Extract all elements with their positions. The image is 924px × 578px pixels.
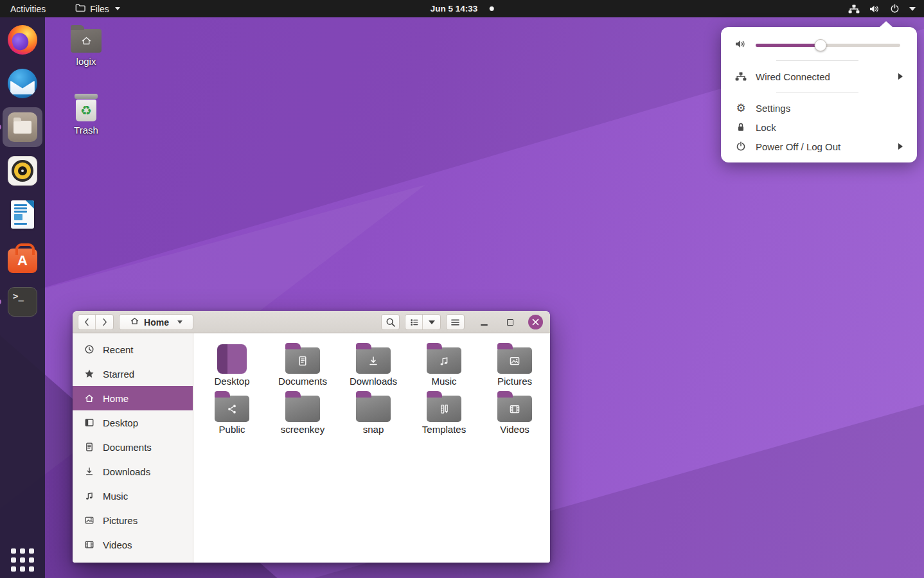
dock: A >_ (0, 17, 45, 578)
minimize-button[interactable] (476, 314, 492, 330)
dock-item-thunderbird[interactable] (3, 64, 42, 103)
volume-icon (869, 4, 880, 13)
network-icon (848, 4, 860, 13)
volume-slider-handle[interactable] (815, 39, 827, 51)
folder-icon (75, 3, 85, 14)
notification-dot-icon (489, 6, 493, 11)
file-grid: Desktop Documents Downloads Music Pictur… (193, 333, 550, 434)
forward-button[interactable] (96, 315, 113, 329)
file-item-label: Templates (422, 425, 466, 434)
file-item-pictures[interactable]: Pictures (481, 338, 548, 386)
folder-icon (285, 347, 320, 374)
file-item-templates[interactable]: Templates (411, 387, 477, 434)
home-icon (84, 393, 94, 403)
terminal-prompt-glyph: >_ (13, 291, 24, 301)
desktop-icon-label: logix (76, 56, 96, 67)
download-icon (84, 466, 94, 477)
file-view-area[interactable]: Desktop Documents Downloads Music Pictur… (193, 333, 550, 563)
sidebar-item-pictures[interactable]: Pictures (73, 508, 193, 532)
file-item-downloads[interactable]: Downloads (340, 338, 407, 386)
desktop-icon-label: Trash (74, 125, 98, 136)
sidebar-item-label: Downloads (103, 466, 150, 477)
document-icon (84, 442, 94, 452)
close-icon (532, 319, 539, 326)
running-indicator-dot (0, 299, 1, 304)
sidebar-item-documents[interactable]: Documents (73, 435, 193, 459)
chevron-down-icon (115, 7, 120, 10)
window-menu-button[interactable] (446, 314, 465, 330)
sidebar-item-downloads[interactable]: Downloads (73, 459, 193, 484)
files-icon (8, 112, 37, 142)
file-item-label: Desktop (214, 376, 249, 386)
path-bar-button[interactable]: Home (119, 314, 193, 330)
view-options-dropdown[interactable] (423, 315, 440, 329)
file-item-documents[interactable]: Documents (269, 338, 336, 386)
sidebar-item-desktop[interactable]: Desktop (73, 410, 193, 435)
file-item-videos[interactable]: Videos (481, 387, 548, 434)
menu-item-settings[interactable]: ⚙ Settings (721, 98, 917, 118)
download-icon (356, 347, 391, 374)
sidebar-item-home[interactable]: Home (73, 386, 193, 410)
file-item-label: screenkey (281, 425, 324, 434)
menu-separator (776, 60, 858, 61)
sidebar-item-starred[interactable]: Starred (73, 362, 193, 386)
sidebar-item-label: Recent (103, 344, 134, 355)
thunderbird-icon (8, 69, 37, 98)
hamburger-menu-icon (450, 319, 460, 326)
file-item-label: snap (363, 425, 384, 434)
file-item-screenkey[interactable]: screenkey (269, 387, 336, 434)
dock-item-terminal[interactable]: >_ (3, 282, 42, 322)
recycle-glyph: ♻ (80, 103, 92, 118)
activities-button[interactable]: Activities (0, 0, 56, 17)
folder-icon (356, 396, 391, 422)
sidebar-item-recent[interactable]: Recent (73, 337, 193, 362)
menu-item-lock[interactable]: Lock (721, 118, 917, 137)
dock-item-firefox[interactable] (3, 20, 42, 60)
file-item-public[interactable]: Public (199, 387, 265, 434)
search-button[interactable] (381, 314, 400, 330)
dock-item-files[interactable] (3, 107, 42, 147)
dock-item-ubuntu-software[interactable]: A (3, 238, 42, 278)
clock[interactable]: Jun 5 14:33 (431, 4, 478, 13)
close-button[interactable] (528, 315, 543, 329)
sidebar-item-music[interactable]: Music (73, 484, 193, 508)
file-item-music[interactable]: Music (411, 338, 477, 386)
folder-icon (427, 347, 461, 374)
app-menu-files[interactable]: Files (70, 0, 125, 17)
picture-icon (84, 515, 94, 525)
volume-slider[interactable] (756, 39, 900, 52)
menu-item-label: Settings (756, 103, 907, 114)
star-icon (84, 369, 94, 379)
file-item-label: Videos (500, 425, 529, 434)
menu-item-label: Power Off / Log Out (756, 141, 889, 152)
sidebar-item-label: Starred (103, 369, 134, 380)
ubuntu-software-icon: A (8, 249, 37, 273)
dock-item-libreoffice-writer[interactable] (3, 195, 42, 234)
view-toggle-group (405, 314, 441, 330)
clock-icon (84, 344, 94, 355)
sidebar-item-label: Documents (103, 442, 152, 453)
show-applications-button[interactable] (11, 548, 34, 572)
file-item-label: Public (219, 425, 245, 434)
maximize-button[interactable] (502, 314, 518, 330)
back-button[interactable] (78, 315, 96, 329)
desktop-icon-home-folder[interactable]: logix (62, 24, 111, 67)
sidebar-item-label: Home (103, 393, 129, 404)
system-status-area[interactable] (848, 0, 924, 17)
menu-item-wired-connected[interactable]: Wired Connected (721, 67, 917, 86)
sidebar-item-videos[interactable]: Videos (73, 532, 193, 557)
menu-item-power-off-log-out[interactable]: Power Off / Log Out (721, 137, 917, 156)
current-location-label: Home (144, 317, 169, 328)
desktop-icon-trash[interactable]: ♻ Trash (62, 94, 111, 136)
headerbar[interactable]: Home (73, 311, 550, 333)
gear-icon: ⚙ (735, 103, 747, 114)
dock-item-rhythmbox[interactable] (3, 151, 42, 191)
file-item-desktop[interactable]: Desktop (199, 338, 265, 386)
list-view-button[interactable] (405, 315, 423, 329)
home-icon (71, 29, 102, 53)
file-item-snap[interactable]: snap (340, 387, 407, 434)
music-note-icon (427, 347, 461, 374)
top-bar-center: Jun 5 14:33 (431, 0, 494, 17)
volume-slider-fill (756, 44, 821, 47)
templates-icon (427, 396, 461, 422)
